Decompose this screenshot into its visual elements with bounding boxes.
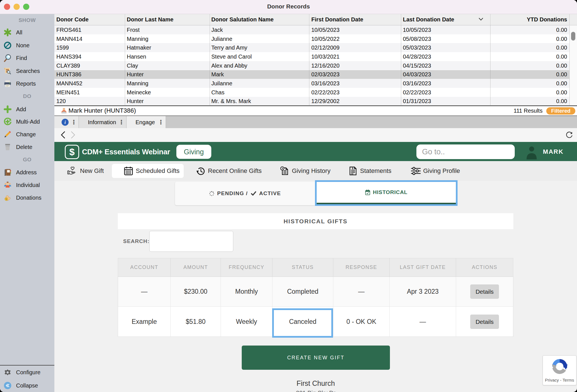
svg-text:i: i bbox=[65, 120, 66, 125]
svg-text:$: $ bbox=[352, 167, 353, 170]
svg-text:$: $ bbox=[6, 197, 7, 201]
